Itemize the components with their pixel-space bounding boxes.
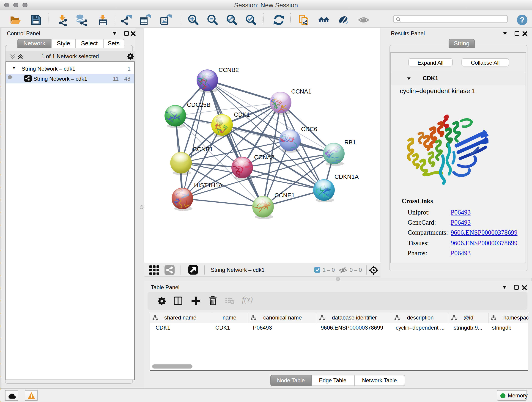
svg-text:CDKN1A: CDKN1A xyxy=(335,173,359,180)
svg-text:CDC6: CDC6 xyxy=(301,126,317,133)
svg-text:CCNB2: CCNB2 xyxy=(219,66,239,73)
svg-text:CCNE1: CCNE1 xyxy=(274,192,295,199)
svg-text:CCNB1: CCNB1 xyxy=(193,146,213,153)
svg-text:CCNA2: CCNA2 xyxy=(254,154,274,161)
svg-text:CCNA1: CCNA1 xyxy=(291,88,311,95)
svg-text:?: ? xyxy=(520,15,524,24)
svg-text:RB1: RB1 xyxy=(344,139,356,146)
svg-text:CDC25B: CDC25B xyxy=(187,101,210,108)
svg-text:HIST1H1A: HIST1H1A xyxy=(194,182,223,189)
svg-text:CDK1: CDK1 xyxy=(234,111,250,118)
